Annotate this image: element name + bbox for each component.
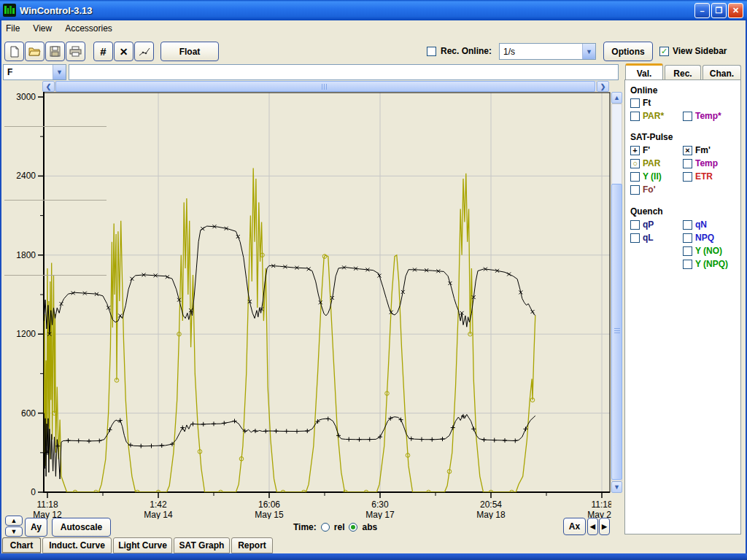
rec-online-checkbox[interactable] [427, 47, 436, 56]
divider [4, 200, 107, 201]
checkbox-row-npq[interactable]: NPQ [683, 233, 714, 243]
ay-button[interactable]: Ay [25, 518, 47, 537]
new-file-button[interactable] [4, 42, 24, 61]
chevron-down-icon[interactable]: ▼ [53, 65, 66, 79]
printer-icon [69, 46, 82, 57]
yii-checkbox[interactable] [630, 172, 640, 182]
open-file-button[interactable] [25, 42, 44, 61]
down-arrow-icon: ▼ [11, 528, 18, 535]
checkbox-row-par[interactable]: ○PAR [630, 158, 660, 168]
ynpq-checkbox[interactable] [683, 260, 692, 269]
curve-tool-button[interactable] [134, 42, 154, 61]
tab-induct-curve[interactable]: Induct. Curve [42, 537, 112, 553]
vscroll-up-arrow-icon[interactable]: ▲ [611, 92, 622, 104]
right-arrow-icon: ▶ [602, 523, 607, 530]
menu-accessories[interactable]: Accessories [59, 22, 120, 35]
checkbox-row-yii[interactable]: Y (II) [630, 171, 662, 182]
temp-checkbox[interactable] [683, 159, 692, 168]
tab-sat-graph[interactable]: SAT Graph [174, 537, 230, 553]
section-title-online: Online [630, 85, 657, 96]
grid-icon: # [100, 45, 106, 58]
qn-checkbox[interactable] [683, 220, 692, 230]
yno-checkbox[interactable] [683, 246, 692, 256]
menu-file[interactable]: File [0, 22, 27, 35]
checkbox-row-yno[interactable]: Y (NO) [683, 246, 722, 256]
app-icon [3, 4, 16, 17]
left-arrow-icon: ◀ [590, 523, 595, 530]
tab-chart[interactable]: Chart [2, 537, 41, 553]
y-scroll-up-button[interactable]: ▲ [5, 516, 23, 526]
divider [4, 275, 107, 276]
series-select[interactable]: F ▼ [3, 64, 66, 80]
checkbox-row-etr[interactable]: ETR [683, 171, 713, 182]
x-scroll-next-button[interactable]: ▶ [599, 518, 610, 535]
checkbox-row-par-star[interactable]: PAR* [630, 111, 664, 121]
window-title: WinControl-3.13 [20, 5, 93, 16]
ft-checkbox[interactable] [630, 98, 640, 108]
autoscale-button[interactable]: Autoscale [52, 518, 111, 537]
rec-interval-select[interactable]: 1/s ▼ [499, 43, 596, 60]
hscroll-right-arrow-icon[interactable]: ❯ [597, 81, 609, 92]
sidebar-tab-val[interactable]: Val. [625, 63, 663, 81]
chart-plot-area[interactable]: 0600120018002400300011:18May 121:42May 1… [13, 92, 611, 519]
new-file-icon [9, 46, 20, 58]
temp-star-checkbox[interactable] [683, 112, 692, 121]
checkbox-row-ft[interactable]: Ft [630, 98, 651, 108]
par-checkbox[interactable]: ○ [630, 159, 640, 168]
minimize-button-icon[interactable]: – [694, 3, 710, 18]
options-button[interactable]: Options [603, 42, 653, 61]
float-button[interactable]: Float [160, 42, 219, 61]
checkbox-row-temp-star[interactable]: Temp* [683, 111, 721, 121]
foprime-checkbox[interactable] [630, 185, 640, 195]
svg-text:16:06: 16:06 [258, 499, 280, 510]
maximize-button-icon[interactable]: ❐ [711, 3, 727, 18]
menu-view[interactable]: View [27, 22, 59, 35]
npq-checkbox[interactable] [683, 233, 692, 243]
view-sidebar-checkbox[interactable]: ✓ [659, 47, 669, 56]
checkbox-row-fmprime[interactable]: ×Fm' [683, 145, 711, 155]
time-abs-label: abs [362, 522, 377, 532]
checkbox-row-foprime[interactable]: Fo' [630, 184, 656, 195]
section-title-quench: Quench [630, 206, 663, 217]
checkbox-row-temp[interactable]: Temp [683, 158, 718, 168]
svg-text:1200: 1200 [16, 329, 36, 339]
rec-interval-value: 1/s [500, 47, 515, 57]
time-abs-radio[interactable] [349, 523, 357, 532]
tab-report[interactable]: Report [231, 537, 273, 553]
grid-toggle-button[interactable]: # [93, 42, 113, 61]
tab-light-curve[interactable]: Light Curve [113, 537, 172, 553]
x-scroll-prev-button[interactable]: ◀ [587, 518, 598, 535]
checkbox-row-fprime[interactable]: +F' [630, 145, 650, 155]
vscroll-down-arrow-icon[interactable]: ▼ [611, 481, 622, 493]
save-floppy-icon [50, 46, 61, 57]
ax-button[interactable]: Ax [563, 518, 586, 535]
save-button[interactable] [45, 42, 65, 61]
y-scroll-down-button[interactable]: ▼ [5, 526, 23, 537]
sidebar-tab-chan[interactable]: Chan. [703, 65, 741, 81]
svg-text:0: 0 [31, 487, 36, 497]
fprime-checkbox[interactable]: + [630, 146, 640, 155]
par-star-checkbox[interactable] [630, 112, 640, 121]
hscroll-left-arrow-icon[interactable]: ❮ [42, 81, 55, 92]
hscroll-thumb[interactable] [55, 81, 595, 92]
delete-curve-button[interactable]: ✕ [114, 42, 133, 61]
checkbox-row-qp[interactable]: qP [630, 219, 654, 230]
close-button-icon[interactable]: ✕ [728, 3, 743, 18]
x-icon: ✕ [120, 46, 128, 58]
ql-checkbox[interactable] [630, 233, 640, 243]
fmprime-checkbox[interactable]: × [683, 146, 692, 155]
title-bar[interactable]: WinControl-3.13 – ❐ ✕ [0, 0, 747, 20]
checkbox-row-ql[interactable]: qL [630, 233, 654, 243]
print-button[interactable] [66, 42, 85, 61]
vscroll-thumb[interactable] [611, 184, 622, 480]
chevron-down-icon[interactable]: ▼ [582, 44, 595, 59]
checkbox-row-qn[interactable]: qN [683, 219, 707, 230]
svg-text:600: 600 [21, 408, 36, 419]
svg-text:20:54: 20:54 [480, 499, 502, 510]
qp-checkbox[interactable] [630, 220, 640, 230]
svg-text:3000: 3000 [16, 92, 36, 102]
etr-checkbox[interactable] [683, 172, 692, 182]
sidebar-tab-rec[interactable]: Rec. [665, 65, 701, 81]
time-rel-radio[interactable] [321, 523, 330, 532]
checkbox-row-ynpq[interactable]: Y (NPQ) [683, 259, 728, 269]
